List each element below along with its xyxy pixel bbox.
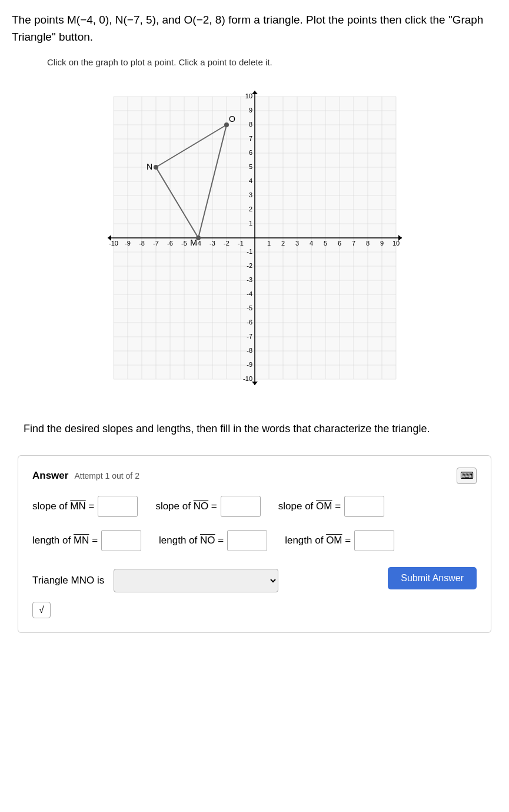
- length-NO-label: length of NO =: [159, 535, 224, 546]
- length-row: length of MN = length of NO = length of …: [32, 530, 477, 551]
- graph-wrapper[interactable]: [90, 73, 420, 403]
- length-NO-group: length of NO =: [159, 530, 267, 551]
- slope-MN-group: slope of MN =: [32, 496, 138, 517]
- slope-NO-input[interactable]: [221, 496, 261, 517]
- length-OM-label: length of OM =: [285, 535, 351, 546]
- graph-instruction: Click on the graph to plot a point. Clic…: [47, 57, 497, 67]
- bottom-row: Triangle MNO is equilateral isosceles sc…: [32, 564, 477, 592]
- submit-answer-button[interactable]: Submit Answer: [388, 567, 477, 589]
- slope-OM-group: slope of OM =: [278, 496, 384, 517]
- answer-box: Answer Attempt 1 out of 2 ⌨ slope of MN …: [18, 455, 491, 633]
- triangle-select[interactable]: equilateral isosceles scalene right obtu…: [114, 569, 278, 592]
- keyboard-symbol: ⌨: [460, 470, 474, 481]
- slope-OM-input[interactable]: [344, 496, 384, 517]
- length-OM-group: length of OM =: [285, 530, 394, 551]
- secondary-text: Find the desired slopes and lengths, the…: [12, 420, 497, 438]
- answer-header-left: Answer Attempt 1 out of 2: [32, 470, 139, 482]
- answer-header: Answer Attempt 1 out of 2 ⌨: [32, 468, 477, 484]
- triangle-row: Triangle MNO is equilateral isosceles sc…: [32, 569, 278, 592]
- coordinate-graph[interactable]: [90, 73, 420, 403]
- triangle-label: Triangle MNO is: [32, 575, 104, 586]
- graph-area: [78, 73, 431, 403]
- slope-OM-label: slope of OM =: [278, 501, 341, 512]
- slope-NO-label: slope of NO =: [155, 501, 217, 512]
- length-MN-label: length of MN =: [32, 535, 98, 546]
- problem-text: The points M(−4, 0), N(−7, 5), and O(−2,…: [12, 12, 497, 45]
- length-MN-input[interactable]: [101, 530, 141, 551]
- slope-MN-label: slope of MN =: [32, 501, 94, 512]
- length-MN-group: length of MN =: [32, 530, 141, 551]
- sqrt-button-container: √: [32, 592, 477, 618]
- sqrt-button[interactable]: √: [32, 602, 51, 618]
- answer-label: Answer: [32, 470, 68, 482]
- length-NO-input[interactable]: [227, 530, 267, 551]
- slope-NO-group: slope of NO =: [155, 496, 260, 517]
- slope-row: slope of MN = slope of NO = slope of OM …: [32, 496, 477, 517]
- slope-MN-input[interactable]: [98, 496, 138, 517]
- length-OM-input[interactable]: [354, 530, 394, 551]
- attempt-text: Attempt 1 out of 2: [74, 471, 139, 480]
- keyboard-icon[interactable]: ⌨: [457, 468, 477, 484]
